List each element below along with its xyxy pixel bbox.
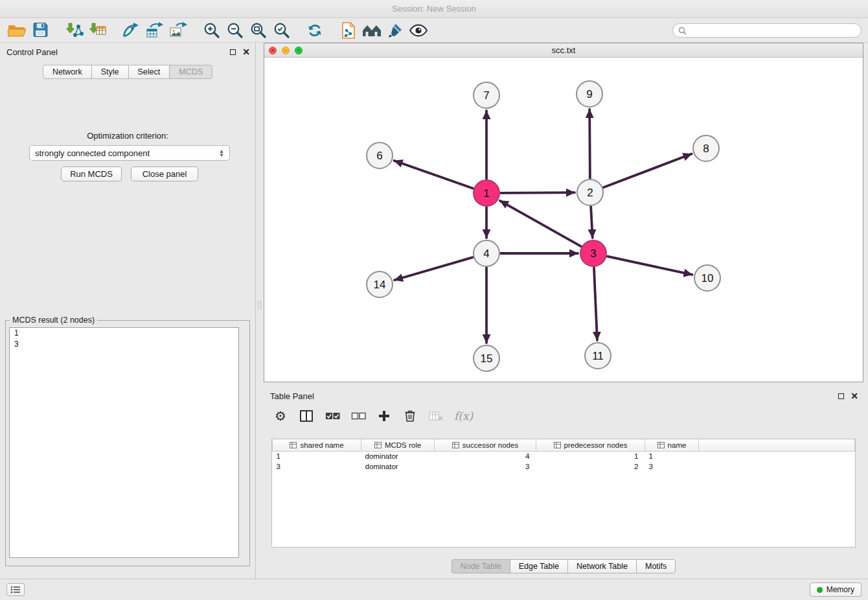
graph-edge[interactable]: [500, 201, 581, 246]
tab-node-table[interactable]: Node Table: [451, 559, 510, 573]
zoom-out-button[interactable]: [223, 19, 246, 41]
graph-node-label: 8: [703, 143, 709, 155]
save-icon: [32, 21, 49, 39]
search-box[interactable]: [672, 23, 862, 38]
result-item[interactable]: 1: [10, 328, 238, 339]
graph-edge[interactable]: [608, 257, 692, 275]
graph-node-label: 7: [483, 89, 489, 102]
zoom-fit-button[interactable]: [246, 19, 269, 41]
float-panel-icon[interactable]: [230, 49, 236, 55]
close-table-panel-icon[interactable]: ✕: [851, 391, 858, 400]
window-zoom-button[interactable]: +: [295, 47, 303, 54]
import-table-button[interactable]: [86, 19, 109, 41]
graph-edge[interactable]: [394, 161, 474, 189]
network-window-titlebar[interactable]: ✕ − + scc.txt: [264, 43, 863, 58]
select-all-columns-button[interactable]: [325, 407, 340, 425]
home-views-button[interactable]: [360, 19, 383, 41]
graph-node-label: 9: [586, 88, 592, 100]
tab-style[interactable]: Style: [91, 65, 129, 79]
table-cell[interactable]: 3: [435, 461, 536, 472]
column-header-successor-nodes[interactable]: successor nodes: [435, 439, 536, 451]
refresh-layout-button[interactable]: [303, 19, 326, 41]
status-menu-button[interactable]: [6, 583, 25, 596]
export-table-button[interactable]: [143, 19, 166, 41]
zoom-selected-button[interactable]: [269, 19, 293, 41]
graph-edge[interactable]: [589, 110, 590, 178]
window-close-button[interactable]: ✕: [269, 47, 277, 54]
table-row[interactable]: 1dominator411: [273, 451, 855, 461]
column-header-mcds-role[interactable]: MCDS role: [361, 439, 435, 451]
refresh-icon: [306, 21, 324, 40]
graph-edge[interactable]: [604, 154, 692, 188]
close-panel-button[interactable]: Close panel: [131, 167, 198, 181]
column-type-icon: [452, 442, 459, 448]
graph-edge[interactable]: [394, 257, 473, 280]
show-hide-button[interactable]: [407, 19, 430, 41]
table-cell[interactable]: dominator: [361, 461, 435, 472]
table-row[interactable]: 3dominator323: [273, 461, 855, 472]
tab-motifs[interactable]: Motifs: [636, 559, 676, 573]
control-panel: Control Panel ✕ Network Style Select MCD…: [0, 43, 256, 579]
table-cell[interactable]: 1: [536, 451, 645, 461]
network-canvas[interactable]: 7968124314101511: [264, 58, 863, 382]
table-cell[interactable]: 2: [536, 461, 645, 472]
tab-network[interactable]: Network: [43, 65, 92, 79]
tab-mcds[interactable]: MCDS: [169, 65, 212, 79]
graph-edge[interactable]: [501, 192, 575, 193]
window-minimize-button[interactable]: −: [282, 47, 290, 54]
network-window-title: scc.txt: [552, 45, 576, 55]
mcds-result-group: MCDS result (2 nodes) 13: [5, 320, 250, 566]
column-header-name[interactable]: name: [645, 439, 699, 451]
graph-node-label: 1: [483, 187, 489, 200]
apply-style-button[interactable]: [383, 19, 407, 41]
mcds-result-list[interactable]: 13: [9, 327, 239, 558]
network-graph[interactable]: 7968124314101511: [264, 58, 863, 382]
panel-splitter[interactable]: [256, 43, 264, 579]
column-header-predecessor-nodes[interactable]: predecessor nodes: [536, 439, 645, 451]
open-network-file-button[interactable]: [337, 19, 360, 41]
graph-edge[interactable]: [594, 268, 597, 340]
delete-table-button: [428, 407, 444, 425]
delete-column-button[interactable]: [402, 407, 418, 425]
run-mcds-button[interactable]: Run MCDS: [61, 167, 122, 181]
column-header-filler: [699, 439, 855, 451]
tab-edge-table[interactable]: Edge Table: [510, 559, 568, 573]
export-network-button[interactable]: [119, 19, 143, 41]
split-columns-button[interactable]: [299, 407, 314, 425]
control-panel-tabs: Network Style Select MCDS: [0, 65, 255, 79]
graph-edge[interactable]: [591, 207, 593, 238]
trash-icon: [404, 410, 416, 422]
search-input[interactable]: [687, 26, 861, 35]
save-session-button[interactable]: [29, 19, 52, 41]
result-item[interactable]: 3: [10, 339, 238, 350]
add-column-button[interactable]: [376, 407, 392, 425]
search-icon: [678, 27, 687, 35]
column-header-shared-name[interactable]: shared name: [273, 439, 361, 451]
tab-network-table[interactable]: Network Table: [567, 559, 637, 573]
graph-node-label: 14: [374, 279, 386, 291]
import-network-button[interactable]: [62, 19, 86, 41]
unselect-all-columns-button[interactable]: [350, 407, 366, 425]
table-settings-button[interactable]: ⚙: [273, 407, 288, 425]
table-cell[interactable]: 1: [273, 451, 361, 461]
zoom-in-button[interactable]: [200, 19, 223, 41]
dropdown-arrows-icon: ▲▼: [219, 150, 224, 157]
memory-button[interactable]: Memory: [810, 583, 862, 597]
table-toolbar: ⚙: [273, 405, 473, 427]
table-cell[interactable]: 1: [645, 451, 699, 461]
column-type-icon: [657, 442, 665, 448]
table-cell[interactable]: 4: [435, 451, 536, 461]
optimization-criterion-dropdown[interactable]: strongly connected component ▲▼: [29, 145, 230, 161]
table-cell[interactable]: 3: [273, 461, 361, 472]
table-cell[interactable]: dominator: [361, 451, 435, 461]
eye-icon: [409, 24, 428, 37]
export-image-button[interactable]: [166, 19, 189, 41]
export-table-icon: [145, 21, 163, 40]
tab-select[interactable]: Select: [128, 65, 170, 79]
open-session-button[interactable]: [5, 19, 29, 41]
close-panel-icon[interactable]: ✕: [242, 47, 250, 56]
float-table-panel-icon[interactable]: [838, 393, 844, 399]
select-all-icon: [325, 412, 340, 420]
table-cell[interactable]: 3: [645, 461, 699, 472]
network-view-window: ✕ − + scc.txt 7968124314101511: [264, 43, 863, 382]
